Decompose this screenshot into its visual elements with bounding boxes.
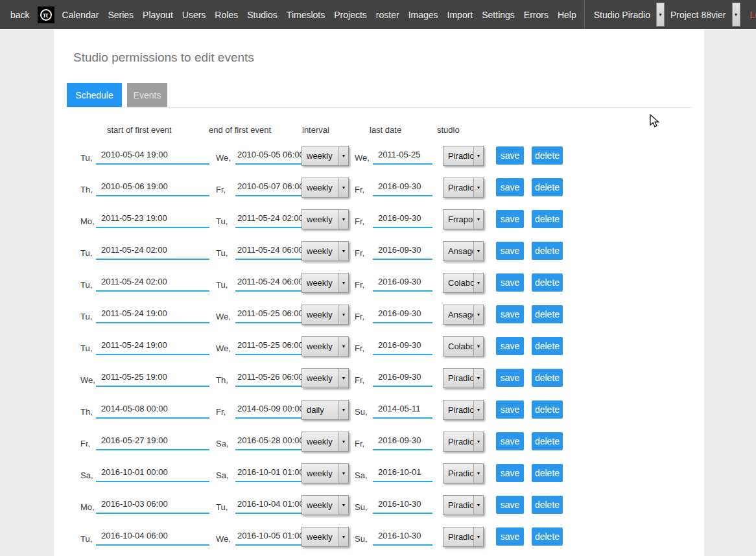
- end-datetime-input[interactable]: [235, 242, 302, 260]
- start-datetime-input[interactable]: [96, 496, 209, 514]
- start-datetime-input[interactable]: [96, 369, 209, 387]
- save-button[interactable]: save: [496, 400, 524, 419]
- nav-item-roster[interactable]: roster: [375, 8, 401, 21]
- last-date-input[interactable]: [373, 400, 432, 419]
- interval-select[interactable]: weekly ▼: [301, 463, 349, 483]
- nav-item-calendar[interactable]: Calendar: [61, 8, 100, 21]
- delete-button[interactable]: delete: [532, 496, 563, 514]
- start-datetime-input[interactable]: [96, 400, 209, 419]
- save-button[interactable]: save: [496, 496, 524, 514]
- save-button[interactable]: save: [496, 527, 524, 546]
- studio-select[interactable]: Piradio ▼: [443, 146, 484, 166]
- studio-select[interactable]: Frrapo ▼: [443, 209, 484, 229]
- interval-select[interactable]: weekly ▼: [301, 146, 349, 166]
- start-datetime-input[interactable]: [96, 146, 209, 165]
- end-datetime-input[interactable]: [235, 496, 302, 514]
- interval-select[interactable]: weekly ▼: [301, 495, 349, 515]
- nav-item-timeslots[interactable]: Timeslots: [285, 8, 326, 21]
- end-datetime-input[interactable]: [235, 400, 302, 419]
- save-button[interactable]: save: [496, 305, 524, 323]
- end-datetime-input[interactable]: [235, 146, 302, 165]
- studio-select-value[interactable]: Studio Piradio: [593, 8, 652, 21]
- delete-button[interactable]: delete: [532, 400, 563, 419]
- last-date-input[interactable]: [373, 146, 432, 165]
- last-date-input[interactable]: [373, 305, 432, 323]
- nav-item-users[interactable]: Users: [181, 8, 207, 21]
- start-datetime-input[interactable]: [96, 273, 209, 292]
- delete-button[interactable]: delete: [532, 146, 563, 165]
- studio-select[interactable]: Ansage ▼: [443, 241, 484, 261]
- nav-item-help[interactable]: Help: [556, 8, 578, 21]
- start-datetime-input[interactable]: [96, 305, 209, 323]
- interval-select[interactable]: weekly ▼: [301, 209, 349, 229]
- last-date-input[interactable]: [373, 273, 432, 292]
- last-date-input[interactable]: [373, 464, 432, 482]
- end-datetime-input[interactable]: [235, 178, 302, 196]
- interval-select[interactable]: weekly ▼: [301, 527, 349, 547]
- save-button[interactable]: save: [496, 432, 524, 450]
- save-button[interactable]: save: [496, 146, 524, 165]
- studio-select[interactable]: Piradio ▼: [443, 178, 484, 198]
- end-datetime-input[interactable]: [235, 305, 302, 323]
- project-select-chevron-down-icon[interactable]: ▼: [732, 3, 740, 27]
- delete-button[interactable]: delete: [532, 432, 563, 450]
- interval-select[interactable]: weekly ▼: [301, 432, 349, 452]
- save-button[interactable]: save: [496, 337, 524, 355]
- end-datetime-input[interactable]: [235, 210, 302, 228]
- tab-events[interactable]: Events: [127, 83, 167, 107]
- last-date-input[interactable]: [373, 178, 432, 196]
- studio-select[interactable]: Piradio ▼: [443, 400, 484, 420]
- last-date-input[interactable]: [373, 337, 432, 355]
- delete-button[interactable]: delete: [532, 305, 563, 323]
- nav-item-settings[interactable]: Settings: [480, 8, 516, 21]
- studio-select[interactable]: Piradio ▼: [443, 463, 484, 483]
- interval-select[interactable]: weekly ▼: [301, 336, 349, 356]
- save-button[interactable]: save: [496, 369, 524, 387]
- delete-button[interactable]: delete: [532, 210, 563, 228]
- nav-item-projects[interactable]: Projects: [333, 8, 368, 21]
- delete-button[interactable]: delete: [532, 273, 563, 292]
- studio-select[interactable]: Piradio ▼: [443, 495, 484, 515]
- interval-select[interactable]: weekly ▼: [301, 273, 349, 293]
- end-datetime-input[interactable]: [235, 527, 302, 546]
- interval-select[interactable]: weekly ▼: [301, 368, 349, 388]
- interval-select[interactable]: weekly ▼: [301, 305, 349, 325]
- last-date-input[interactable]: [373, 369, 432, 387]
- last-date-input[interactable]: [373, 527, 432, 546]
- end-datetime-input[interactable]: [235, 432, 302, 450]
- save-button[interactable]: save: [496, 464, 524, 482]
- end-datetime-input[interactable]: [235, 464, 302, 482]
- studio-select[interactable]: Colabo ▼: [443, 273, 484, 293]
- start-datetime-input[interactable]: [96, 242, 209, 260]
- save-button[interactable]: save: [496, 210, 524, 228]
- nav-item-errors[interactable]: Errors: [523, 8, 550, 21]
- delete-button[interactable]: delete: [532, 369, 563, 387]
- start-datetime-input[interactable]: [96, 527, 209, 546]
- delete-button[interactable]: delete: [532, 527, 563, 546]
- last-date-input[interactable]: [373, 242, 432, 260]
- interval-select[interactable]: weekly ▼: [301, 241, 349, 261]
- project-select-value[interactable]: Project 88vier: [669, 8, 727, 21]
- end-datetime-input[interactable]: [235, 369, 302, 387]
- start-datetime-input[interactable]: [96, 464, 209, 482]
- delete-button[interactable]: delete: [532, 178, 563, 196]
- delete-button[interactable]: delete: [532, 242, 563, 260]
- studio-select[interactable]: Ansage ▼: [443, 305, 484, 325]
- interval-select[interactable]: weekly ▼: [301, 178, 349, 198]
- nav-item-roles[interactable]: Roles: [213, 8, 239, 21]
- start-datetime-input[interactable]: [96, 337, 209, 355]
- logo-icon[interactable]: π: [38, 6, 54, 23]
- nav-item-images[interactable]: Images: [407, 8, 440, 21]
- last-date-input[interactable]: [373, 496, 432, 514]
- nav-item-series[interactable]: Series: [106, 8, 135, 21]
- studio-select[interactable]: Piradio ▼: [443, 368, 484, 388]
- nav-item-studios[interactable]: Studios: [246, 8, 279, 21]
- nav-item-import[interactable]: Import: [446, 8, 475, 21]
- studio-select[interactable]: Piradio ▼: [443, 527, 484, 547]
- start-datetime-input[interactable]: [96, 178, 209, 196]
- interval-select[interactable]: daily ▼: [301, 400, 349, 420]
- nav-item-back[interactable]: back: [9, 8, 31, 21]
- last-date-input[interactable]: [373, 210, 432, 228]
- save-button[interactable]: save: [496, 178, 524, 196]
- delete-button[interactable]: delete: [532, 464, 563, 482]
